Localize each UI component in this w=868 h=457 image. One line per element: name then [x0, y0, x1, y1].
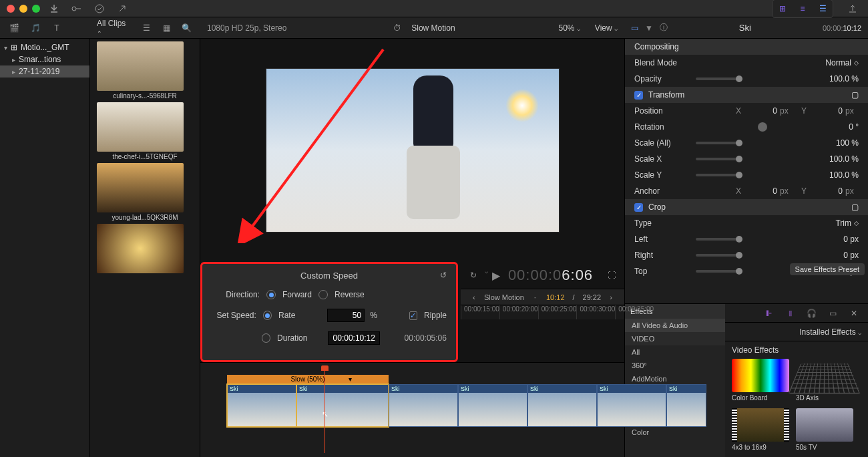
anchor-x-field[interactable]: 0	[749, 186, 777, 196]
timeline-clip[interactable]: Ski	[458, 384, 527, 427]
opacity-value[interactable]: 100.0 %	[829, 74, 859, 84]
section-crop[interactable]: ✓Crop▢	[625, 199, 868, 215]
timeline-clip[interactable]: Ski	[389, 384, 458, 427]
crop-right-slider[interactable]	[696, 254, 742, 257]
reverse-radio[interactable]	[318, 290, 328, 299]
effect-item[interactable]: Color Board	[732, 359, 789, 402]
direction-label: Direction:	[212, 290, 260, 299]
timeline-clip[interactable]: Ski	[227, 384, 296, 427]
list-view-icon[interactable]: ☰	[139, 21, 154, 35]
solo-icon[interactable]: 🎧	[804, 306, 819, 321]
opacity-slider[interactable]	[696, 78, 742, 80]
color-inspector-icon[interactable]: ▼	[645, 23, 653, 33]
transform-checkbox[interactable]: ✓	[634, 91, 643, 100]
viewer-canvas[interactable]	[200, 39, 624, 262]
playhead[interactable]	[324, 369, 325, 453]
import-icon[interactable]	[45, 1, 63, 16]
crop-left-slider[interactable]	[696, 238, 742, 241]
share-icon[interactable]	[844, 1, 861, 16]
crop-onscreen-icon[interactable]: ▢	[851, 202, 859, 212]
effect-item[interactable]: 50s TV	[796, 408, 853, 451]
section-transform[interactable]: ✓Transform▢	[625, 87, 868, 103]
skim-next-icon[interactable]: ›	[610, 293, 612, 301]
sidebar-item[interactable]: ▸27-11-2019	[0, 65, 89, 78]
timeline[interactable]: Slow (50%) Ski Ski Ski Ski Ski Ski Ski ↖	[200, 362, 624, 457]
effects-category[interactable]: Color	[625, 426, 725, 439]
blend-mode-dropdown[interactable]: Normal ◇	[825, 58, 859, 67]
rate-input[interactable]	[327, 309, 365, 322]
inspector-toggle-icon[interactable]: ☰	[814, 1, 831, 16]
snap-icon[interactable]: ▭	[825, 306, 840, 321]
save-effects-button[interactable]: Save Effects Preset	[790, 263, 865, 275]
play-icon[interactable]: ▶	[492, 269, 500, 282]
section-compositing[interactable]: Compositing	[625, 39, 868, 55]
clip-thumbnail[interactable]: the-chef-i...5TGNEQF	[97, 102, 193, 160]
library-icon[interactable]: 🎬	[7, 21, 21, 35]
skim-video-icon[interactable]: ⊪	[761, 306, 776, 321]
browser-toggle-icon[interactable]: ⊞	[774, 1, 791, 16]
scaley-slider[interactable]	[696, 174, 742, 176]
zoom-window-icon[interactable]	[32, 5, 40, 13]
effects-category[interactable]: 360°	[625, 359, 725, 372]
minimize-window-icon[interactable]	[19, 5, 27, 13]
timeline-toggle-icon[interactable]: ≡	[794, 1, 811, 16]
clip-thumbnail[interactable]	[97, 224, 193, 275]
effect-item[interactable]: 4x3 to 16x9	[732, 408, 789, 451]
speed-strip[interactable]: Slow (50%)	[227, 375, 389, 384]
timeline-clip[interactable]: Ski	[296, 384, 389, 427]
rate-radio[interactable]	[263, 311, 272, 320]
clips-filter-dropdown[interactable]: All Clips ⌃	[97, 19, 132, 37]
background-tasks-icon[interactable]	[91, 1, 108, 16]
svg-rect-0	[72, 7, 76, 11]
skier-graphic	[387, 75, 467, 222]
forward-radio[interactable]	[266, 290, 276, 299]
duration-input[interactable]	[328, 331, 380, 345]
timeline-clip[interactable]: Ski	[527, 384, 597, 427]
search-icon[interactable]: 🔍	[179, 21, 194, 35]
scalex-slider[interactable]	[696, 158, 742, 160]
sidebar-item[interactable]: ▾⊞ Motio..._GMT	[0, 41, 89, 53]
titles-icon[interactable]: T	[49, 21, 64, 35]
view-dropdown[interactable]: View ⌵	[595, 23, 618, 33]
info-inspector-icon[interactable]: ⓘ	[660, 22, 668, 33]
scale-slider[interactable]	[696, 142, 742, 144]
sidebar-item[interactable]: ▸Smar...tions	[0, 53, 89, 65]
crop-type-dropdown[interactable]: Trim ◇	[835, 218, 859, 228]
installed-effects-dropdown[interactable]: Installed Effects ⌵	[799, 327, 861, 337]
undo-icon[interactable]: ↺	[440, 271, 447, 280]
toolbar: 🎬 🎵 T All Clips ⌃ ☰ ▦ 🔍 1080p HD 25p, St…	[0, 17, 868, 39]
fullscreen-icon[interactable]: ⛶	[604, 268, 619, 283]
keyword-icon[interactable]	[68, 1, 85, 16]
effects-category[interactable]: AddMotion	[625, 372, 725, 386]
project-name: Slow Motion	[411, 23, 455, 33]
ripple-checkbox[interactable]	[409, 311, 417, 320]
timeline-clip[interactable]: Ski	[597, 384, 666, 427]
crop-top-slider[interactable]	[696, 270, 742, 273]
timeline-ruler[interactable]: 00:00:15:0000:00:20:0000:00:25:0000:00:3…	[461, 305, 624, 319]
duration-radio[interactable]	[262, 333, 270, 343]
timeline-clip[interactable]: Ski	[666, 384, 706, 427]
anchor-y-field[interactable]: 0	[815, 186, 843, 196]
clip-thumbnail[interactable]: young-lad...5QK3R8M	[97, 163, 193, 221]
close-window-icon[interactable]	[7, 5, 15, 13]
transform-onscreen-icon[interactable]: ▢	[851, 90, 859, 100]
close-effects-icon[interactable]: ✕	[847, 306, 861, 321]
effect-item[interactable]: 3D Axis	[796, 359, 853, 402]
rotation-value[interactable]: 0 °	[849, 122, 859, 132]
arrow-icon[interactable]	[114, 1, 131, 16]
skim-audio-icon[interactable]: ⫴	[783, 306, 797, 321]
photos-icon[interactable]: 🎵	[28, 21, 43, 35]
loop-icon[interactable]: ↻	[466, 268, 481, 283]
filmstrip-view-icon[interactable]: ▦	[159, 21, 174, 35]
effects-category[interactable]: All	[625, 345, 725, 359]
skim-prev-icon[interactable]: ‹	[473, 293, 475, 301]
effects-category[interactable]: All Video & Audio	[625, 319, 725, 332]
crop-checkbox[interactable]: ✓	[634, 203, 643, 212]
zoom-dropdown[interactable]: 50% ⌵	[558, 23, 580, 33]
rotation-dial[interactable]	[758, 122, 767, 132]
pos-y-field[interactable]: 0	[815, 106, 843, 116]
pos-x-field[interactable]: 0	[749, 106, 777, 116]
clip-thumbnail[interactable]: culinary-s...-5968LFR	[97, 41, 193, 100]
video-inspector-icon[interactable]: ▭	[631, 23, 638, 33]
retime-icon[interactable]: ⏱	[390, 21, 405, 35]
